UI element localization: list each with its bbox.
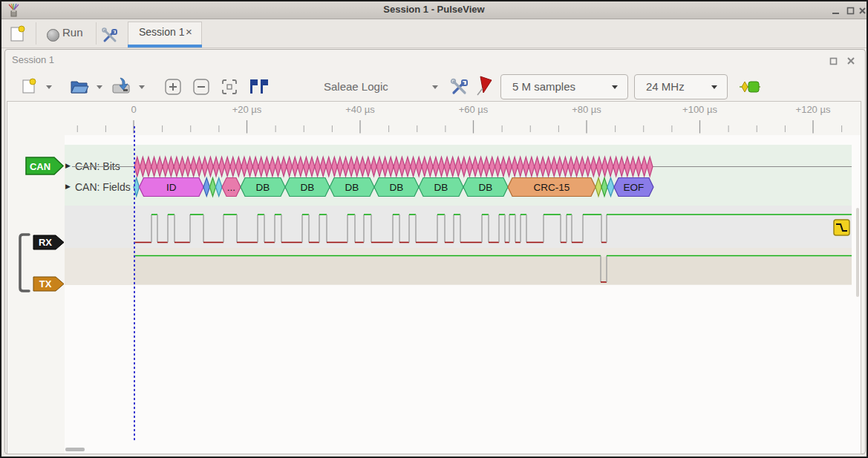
settings-icon[interactable] bbox=[101, 27, 119, 45]
toolbar-separator bbox=[96, 22, 97, 45]
zoom-in-button[interactable] bbox=[164, 78, 182, 96]
sample-rate-dropdown[interactable] bbox=[711, 85, 717, 92]
save-dropdown[interactable] bbox=[139, 85, 145, 92]
trigger-badge-falling-edge[interactable] bbox=[833, 219, 850, 236]
minimize-button[interactable] bbox=[831, 6, 841, 16]
new-session-button[interactable] bbox=[9, 25, 26, 42]
ruler-tick-label: +80 µs bbox=[572, 104, 601, 115]
window-title: Session 1 - PulseView bbox=[1, 4, 867, 15]
trigger-marker-icon[interactable] bbox=[249, 79, 269, 95]
svg-text:TX: TX bbox=[39, 278, 52, 289]
save-button[interactable] bbox=[111, 77, 132, 95]
decoder-tag-can[interactable]: CAN bbox=[25, 157, 65, 176]
run-indicator-icon bbox=[47, 29, 59, 42]
zoom-fit-button[interactable] bbox=[221, 78, 238, 96]
device-selector[interactable]: Saleae Logic bbox=[324, 80, 388, 93]
channel-group-bracket[interactable] bbox=[18, 232, 33, 294]
new-file-button[interactable] bbox=[22, 78, 38, 95]
tab-close-icon[interactable]: × bbox=[186, 25, 192, 38]
rx-trace-row[interactable] bbox=[65, 206, 852, 248]
decoder-row-fields-label[interactable]: CAN: Fields bbox=[75, 181, 131, 193]
device-selector-dropdown[interactable] bbox=[432, 85, 438, 92]
expand-arrow-icon[interactable]: ▶ bbox=[65, 162, 71, 169]
ruler-tick-label: +100 µs bbox=[682, 104, 717, 115]
device-config-icon[interactable] bbox=[449, 77, 469, 97]
subwindow-close-button[interactable] bbox=[846, 56, 856, 66]
close-button[interactable] bbox=[858, 6, 867, 16]
ruler-tick-label: +20 µs bbox=[232, 104, 262, 115]
ruler-tick-label: +120 µs bbox=[796, 104, 831, 115]
toolbar-separator bbox=[36, 22, 36, 45]
open-file-button[interactable] bbox=[70, 78, 89, 94]
tab-label[interactable]: Session 1 bbox=[139, 26, 184, 38]
channel-tag-rx[interactable]: RX bbox=[33, 235, 65, 251]
maximize-button[interactable] bbox=[846, 6, 855, 16]
run-button[interactable]: Run bbox=[62, 26, 83, 39]
zoom-out-button[interactable] bbox=[192, 78, 210, 96]
sample-count-value[interactable]: 5 M samples bbox=[512, 80, 575, 93]
ruler-tick-label: +40 µs bbox=[345, 104, 375, 115]
sample-rate-value[interactable]: 24 MHz bbox=[646, 80, 685, 93]
add-decoder-button[interactable] bbox=[739, 80, 761, 94]
titlebar[interactable]: Session 1 - PulseView bbox=[1, 1, 867, 19]
sample-count-dropdown[interactable] bbox=[612, 85, 618, 92]
expand-arrow-icon[interactable]: ▶ bbox=[65, 183, 71, 190]
tx-trace-fill bbox=[134, 257, 852, 284]
session-subwindow-title: Session 1 bbox=[12, 54, 54, 65]
decoder-row-bits-label[interactable]: CAN: Bits bbox=[75, 160, 120, 172]
vertical-scrollbar[interactable] bbox=[856, 208, 859, 297]
svg-text:CAN: CAN bbox=[30, 161, 50, 172]
open-file-dropdown[interactable] bbox=[97, 85, 102, 92]
time-cursor[interactable] bbox=[134, 126, 135, 441]
tab-active-indicator bbox=[128, 45, 202, 48]
ruler-tick-label: 0 bbox=[131, 104, 136, 115]
decoder-trace-row[interactable] bbox=[65, 145, 852, 206]
ruler-tick-label: +60 µs bbox=[459, 104, 489, 115]
channel-tag-tx[interactable]: TX bbox=[33, 276, 65, 292]
pulseview-window: Session 1 - PulseView Run Session 1 × Se… bbox=[0, 0, 868, 458]
svg-text:RX: RX bbox=[39, 237, 52, 248]
new-file-dropdown[interactable] bbox=[46, 85, 52, 92]
subwindow-restore-button[interactable] bbox=[829, 56, 838, 66]
horizontal-scrollbar[interactable] bbox=[65, 448, 85, 451]
probe-icon[interactable] bbox=[476, 76, 494, 96]
